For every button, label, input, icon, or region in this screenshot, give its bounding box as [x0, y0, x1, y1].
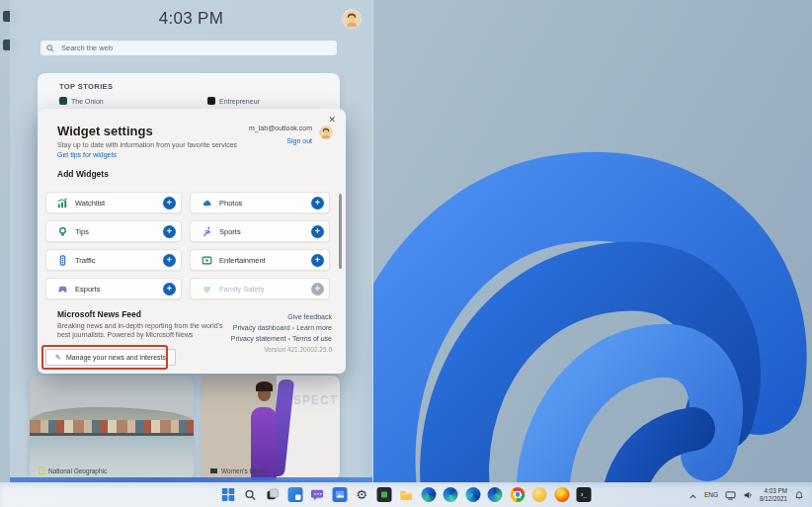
chrome-canary-icon[interactable] [532, 487, 547, 502]
edge-canary-icon[interactable] [488, 487, 503, 502]
photo-hair [256, 381, 273, 391]
add-watchlist-button[interactable]: + [163, 197, 176, 210]
search-bar[interactable] [40, 40, 338, 56]
add-sports-button[interactable]: + [311, 225, 324, 238]
edge-beta-icon[interactable] [444, 487, 458, 502]
esports-controller-icon [56, 283, 68, 295]
news-card-womens-health[interactable]: RESPECT Women's Health [202, 376, 340, 480]
user-avatar-icon [343, 10, 361, 28]
get-tips-link[interactable]: Get tips for widgets [57, 151, 117, 158]
sign-out-link[interactable]: Sign out [286, 137, 312, 144]
tray-chevron-up-icon[interactable] [689, 486, 697, 504]
account-email: m_lab@outlook.com [249, 124, 312, 133]
search-input[interactable] [59, 42, 331, 53]
card-attribution: National Geographic [39, 466, 107, 474]
add-entertainment-button[interactable]: + [311, 254, 324, 267]
pencil-icon: ✎ [55, 354, 61, 362]
widget-label: Esports [75, 285, 100, 294]
tray-clock[interactable]: 4:03 PM 8/12/2021 [760, 487, 787, 502]
widget-card-esports[interactable]: Esports + [45, 278, 182, 299]
settings-gear-icon[interactable]: ⚙ [355, 487, 369, 502]
network-icon[interactable] [725, 486, 736, 504]
story-source-icon [59, 97, 67, 105]
chat-icon[interactable] [310, 487, 325, 502]
widget-card-watchlist[interactable]: Watchlist + [45, 192, 182, 213]
photos-cloud-icon [201, 197, 212, 209]
attribution-label: National Geographic [48, 467, 107, 474]
sports-runner-icon [201, 225, 212, 237]
avatar[interactable] [343, 10, 361, 28]
widget-card-sports[interactable]: Sports + [190, 220, 330, 242]
start-button-icon[interactable] [221, 487, 236, 502]
give-feedback-link[interactable]: Give feedback [287, 313, 332, 320]
avatar[interactable] [319, 126, 333, 139]
widget-grid: Watchlist + Photos + Tips + [45, 192, 330, 299]
system-tray: ENG 4:03 PM 8/12/2021 [689, 482, 804, 507]
entertainment-screen-icon [201, 254, 212, 266]
desktop: 4:03 PM TOP STORIES The Onion [0, 0, 812, 507]
notification-bell-icon[interactable] [794, 486, 804, 504]
widget-label: Sports [219, 227, 241, 236]
add-esports-button[interactable]: + [163, 283, 176, 296]
taskbar-icons: ⚙ ›_ [221, 482, 592, 507]
widget-label: Watchlist [75, 199, 105, 208]
traffic-light-icon [56, 254, 68, 266]
national-geographic-logo-icon [39, 466, 44, 474]
search-taskbar-icon[interactable] [243, 487, 258, 502]
add-widgets-heading: Add Widgets [57, 169, 109, 179]
version-label: Version 421.20002.25.0 [231, 344, 332, 355]
story-item[interactable]: Entrepreneur [207, 97, 260, 105]
story-source-icon [207, 97, 215, 105]
manage-button-label: Manage your news and interests [66, 354, 166, 361]
top-stories-header: TOP STORIES [59, 82, 113, 91]
widget-label: Tips [75, 227, 89, 236]
dialog-subtitle: Stay up to date with information from yo… [57, 141, 237, 148]
chrome-icon[interactable] [510, 487, 525, 502]
add-photos-button[interactable]: + [311, 197, 324, 210]
widget-label: Family Safety [219, 285, 264, 294]
privacy-dashboard-link[interactable]: Privacy dashboard [233, 324, 290, 331]
watchlist-icon [56, 197, 68, 209]
close-icon[interactable]: ✕ [327, 114, 337, 126]
add-tips-button[interactable]: + [163, 225, 176, 238]
widget-card-family-safety[interactable]: Family Safety + [190, 278, 330, 299]
terminal-icon[interactable]: ›_ [577, 487, 592, 502]
edge-stable-icon[interactable] [421, 487, 436, 502]
panel-clock: 4:03 PM [10, 9, 372, 29]
card-attribution: Women's Health [210, 467, 268, 474]
widgets-taskbar-icon[interactable] [287, 487, 302, 502]
learn-more-link[interactable]: Learn more [296, 324, 332, 331]
add-family-safety-button-disabled[interactable]: + [311, 283, 324, 296]
terms-of-use-link[interactable]: Terms of use [292, 335, 332, 342]
news-card-national-geographic[interactable]: National Geographic [30, 376, 194, 480]
language-indicator[interactable]: ENG [704, 491, 718, 498]
search-icon [46, 44, 54, 52]
manage-news-interests-button[interactable]: ✎ Manage your news and interests [45, 349, 176, 366]
widget-label: Traffic [75, 256, 95, 265]
story-item[interactable]: The Onion [59, 97, 104, 105]
widget-card-photos[interactable]: Photos + [190, 192, 330, 213]
tray-time: 4:03 PM [760, 487, 787, 495]
dev-app-icon[interactable] [376, 487, 391, 502]
dialog-footer-links: Give feedback Privacy dashboard•Learn mo… [231, 311, 332, 355]
widget-card-tips[interactable]: Tips + [45, 220, 182, 242]
privacy-statement-link[interactable]: Privacy statement [231, 335, 286, 342]
news-feed-description: Breaking news and in-depth reporting fro… [57, 321, 230, 339]
account-block: m_lab@outlook.com Sign out [249, 124, 312, 146]
user-avatar-icon [319, 126, 333, 139]
edge-dev-icon[interactable] [465, 487, 480, 502]
separator-dot: • [287, 335, 289, 342]
file-explorer-icon[interactable] [399, 487, 414, 502]
scrollbar[interactable] [339, 194, 342, 269]
task-view-icon[interactable] [266, 487, 281, 502]
windows-bloom-wallpaper [365, 40, 812, 507]
family-safety-heart-icon [201, 283, 212, 295]
volume-icon[interactable] [743, 486, 753, 504]
widget-card-entertainment[interactable]: Entertainment + [190, 249, 330, 271]
widget-card-traffic[interactable]: Traffic + [45, 249, 182, 271]
separator-dot: • [292, 324, 294, 331]
dialog-title: Widget settings [57, 124, 153, 138]
media-app-icon[interactable] [332, 487, 347, 502]
firefox-icon[interactable] [554, 487, 569, 502]
add-traffic-button[interactable]: + [163, 254, 176, 267]
